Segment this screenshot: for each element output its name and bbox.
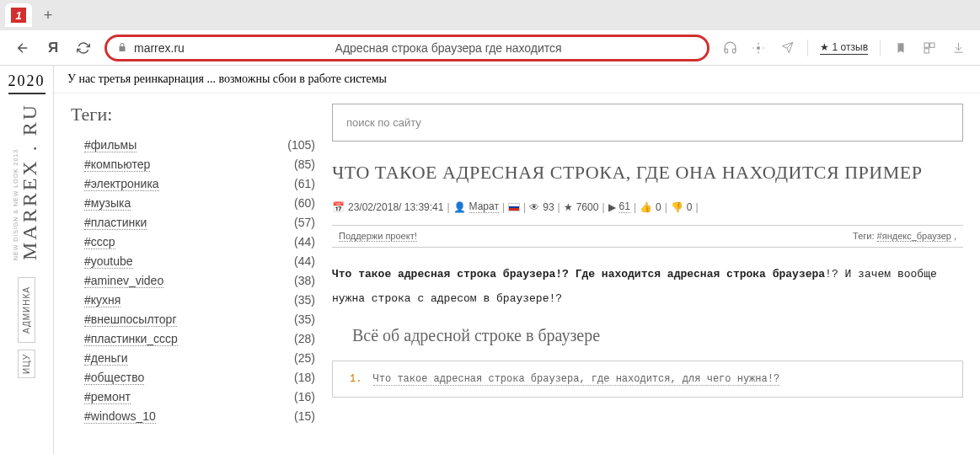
tag-row: #windows_10(15) [71,407,315,426]
tag-row: #ссср(44) [71,232,315,252]
tag-count: (57) [294,216,315,230]
tag-link[interactable]: #windows_10 [84,409,156,424]
article-meta: 📅 23/02/2018/ 13:39:41 | 👤 Марат | | 👁 9… [332,200,963,213]
tag-link[interactable]: #пластинки_ссср [84,332,178,346]
calendar-icon: 📅 [332,201,345,213]
tags-label: Теги: [853,231,874,241]
toolbar-divider [880,40,881,56]
tags-heading: Теги: [71,104,315,126]
article-lead: Что такое адресная строка браузера!? Где… [332,263,963,311]
url-text: marrex.ru [134,41,193,55]
address-hint: Адресная строка браузера где находится [200,41,697,55]
tag-row: #компьютер(85) [71,155,315,174]
article-title: ЧТО ТАКОЕ АДРЕСНАЯ СТРОКА, ГДЕ ОНА НАХОД… [332,162,963,184]
article-tag-link[interactable]: #яндекс_браузер [877,231,951,242]
tag-link[interactable]: #музыка [84,196,131,211]
address-bar[interactable]: marrex.ru Адресная строка браузера где н… [104,35,710,61]
send-icon[interactable] [779,40,795,56]
site-favicon: 1 [11,8,26,23]
meta-dislikes: 0 [687,201,693,213]
yandex-button[interactable]: Я [44,39,62,57]
eye-icon: 👁 [529,201,539,213]
tag-link[interactable]: #youtube [84,254,133,269]
svg-rect-2 [930,43,934,47]
main-content: поиск по сайту ЧТО ТАКОЕ АДРЕСНАЯ СТРОКА… [332,93,980,454]
user-icon: 👤 [453,201,466,213]
thumbs-down-icon[interactable]: 👎 [671,201,683,213]
toc-link[interactable]: Что такое адресная строка браузера, где … [373,373,779,386]
tag-row: #пластинки_ссср(28) [71,329,315,349]
tag-count: (38) [294,274,315,288]
tag-row: #пластинки(57) [71,213,315,232]
tag-link[interactable]: #кухня [84,293,120,307]
tag-count: (28) [294,332,315,346]
active-tab[interactable]: 1 [5,3,32,27]
meta-stars: 7600 [576,201,599,213]
browser-toolbar: Я marrex.ru Адресная строка браузера где… [0,30,980,66]
reload-button[interactable] [74,39,93,57]
meta-likes: 0 [656,201,661,213]
tags-sidebar: Теги: #фильмы(105)#компьютер(85)#электро… [54,93,332,454]
bookmark-icon[interactable] [892,40,909,56]
left-rail: 2020 NEW DISIGN & NEW LOOK 2013 MARREX .… [0,66,54,454]
tag-count: (44) [294,254,315,269]
youtube-icon: ▶ [608,201,616,213]
tag-link[interactable]: #фильмы [84,138,137,152]
zen-icon[interactable] [750,40,767,56]
tag-link[interactable]: #электроника [84,177,159,191]
tag-count: (35) [294,293,315,307]
tag-link[interactable]: #ссср [84,235,115,249]
svg-point-0 [757,46,760,50]
tag-row: #общество(18) [71,368,315,387]
tag-row: #aminev_video(38) [71,271,315,291]
site-logo[interactable]: MARREX . RU [19,103,41,260]
meta-views: 93 [543,201,554,213]
support-link[interactable]: Поддержи проект! [339,231,417,242]
back-button[interactable] [13,39,32,57]
svg-rect-3 [924,48,929,52]
lock-icon [117,40,127,56]
tag-row: #музыка(60) [71,194,315,213]
tag-count: (61) [294,177,315,191]
tag-count: (105) [287,138,315,152]
tag-row: #youtube(44) [71,252,315,271]
tag-count: (15) [294,409,315,424]
tag-count: (16) [294,390,315,404]
tag-count: (44) [294,235,315,249]
tag-count: (60) [294,196,315,211]
site-tagline: NEW DISIGN & NEW LOOK 2013 [13,103,19,260]
tag-link[interactable]: #общество [84,371,144,385]
tag-link[interactable]: #aminev_video [84,274,163,288]
tag-count: (35) [294,312,315,327]
star-icon: ★ [564,201,573,213]
site-notice: У нас третья реинкарнация ... возможны с… [54,66,980,93]
tag-row: #ремонт(16) [71,387,315,407]
tag-row: #внешпосылторг(35) [71,310,315,329]
thumbs-up-icon[interactable]: 👍 [640,201,652,213]
tag-link[interactable]: #компьютер [84,158,150,172]
toolbar-divider [807,40,808,56]
extensions-icon[interactable] [921,40,938,56]
download-icon[interactable] [950,40,967,56]
article-subheading: Всё об адресной строке в браузере [352,326,963,345]
tag-link[interactable]: #ремонт [84,390,131,404]
tag-link[interactable]: #внешпосылторг [84,312,177,327]
new-tab-button[interactable]: + [37,4,59,26]
meta-yt[interactable]: 61 [619,200,630,213]
tag-link[interactable]: #пластинки [84,216,147,230]
author-link[interactable]: Марат [469,200,499,213]
svg-rect-1 [924,43,929,47]
year-label: 2020 [8,72,46,94]
admin-button[interactable]: АДМИНКА [18,277,35,343]
site-search[interactable]: поиск по сайту [332,104,963,142]
tag-count: (25) [294,351,315,366]
reviews-link[interactable]: ★ 1 отзыв [820,41,868,55]
tag-count: (18) [294,371,315,385]
flag-ru-icon [508,203,520,211]
tag-link[interactable]: #деньги [84,351,128,366]
icu-button[interactable]: ИЦУ [18,350,35,378]
tag-row: #деньги(25) [71,349,315,368]
headphones-icon[interactable] [721,40,738,56]
tag-row: #электроника(61) [71,174,315,194]
toc-number: 1. [350,373,361,385]
